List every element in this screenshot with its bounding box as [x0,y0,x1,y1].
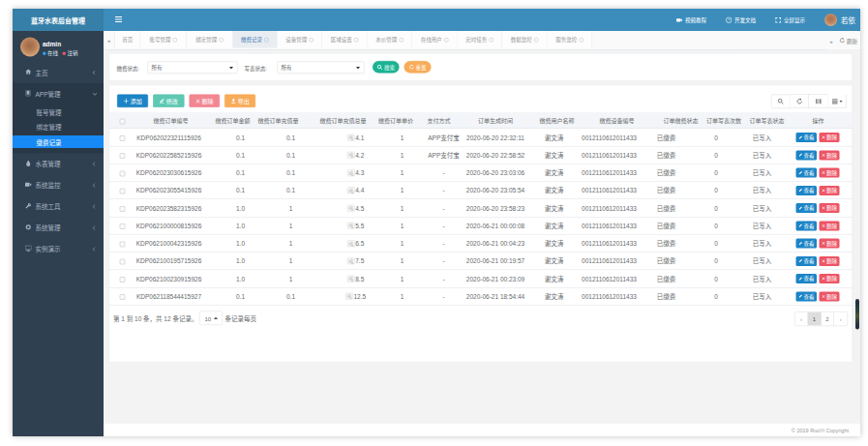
svg-text:?: ? [728,18,730,22]
